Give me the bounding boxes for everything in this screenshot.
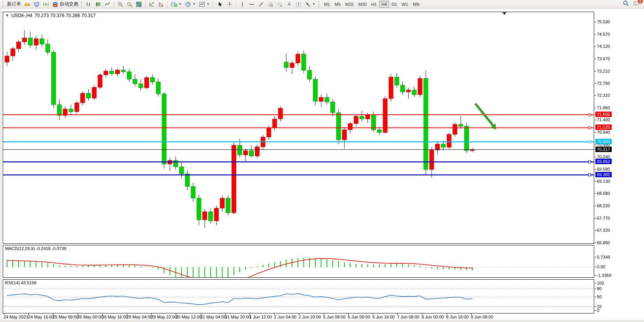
periods-clock-button[interactable]: ▼ bbox=[184, 0, 197, 8]
axis-tick bbox=[595, 71, 596, 72]
toolbar-grip[interactable] bbox=[2, 1, 4, 7]
signal-icon[interactable] bbox=[42, 0, 50, 8]
time-axis-label: 6 Jun 00:00 bbox=[348, 315, 370, 319]
time-axis-label: 25 May 08:00 bbox=[53, 315, 79, 319]
price-level-badge: 70.317 bbox=[595, 147, 612, 152]
time-axis[interactable]: 24 May 202324 May 16:0025 May 08:0026 Ma… bbox=[3, 313, 594, 320]
time-axis-label: 8 Jun 00:00 bbox=[421, 315, 444, 319]
arrows-button[interactable]: ▼ bbox=[304, 0, 317, 8]
toolbar-grip[interactable] bbox=[318, 1, 320, 7]
timeframe-toolbar: M1M5M15M30H1H4D1W1MN bbox=[322, 1, 422, 8]
timeframe-button-M15[interactable]: M15 bbox=[343, 1, 356, 8]
price-axis[interactable]: 75.03074.57074.12073.67073.21072.76072.3… bbox=[595, 12, 644, 322]
zoom-in-icon[interactable] bbox=[116, 0, 125, 8]
time-axis-label: 31 May 04:00 bbox=[200, 315, 226, 319]
cursor-icon[interactable] bbox=[216, 0, 225, 8]
axis-tick bbox=[595, 108, 596, 108]
arrows-icon bbox=[305, 1, 311, 7]
profile-chart-down-icon[interactable] bbox=[157, 0, 165, 8]
time-axis-label: 29 May 04:00 bbox=[126, 315, 153, 319]
gold-ingot-icon[interactable] bbox=[23, 0, 32, 8]
macd-signal-value: -0.0739 bbox=[52, 246, 66, 251]
chevron-down-icon: ▼ bbox=[179, 2, 182, 6]
profile-chart-up-icon[interactable] bbox=[147, 0, 156, 8]
price-axis-label: 68.680 bbox=[597, 191, 610, 196]
price-level-badge: 70.603 bbox=[595, 139, 612, 144]
price-axis-label: 66.860 bbox=[597, 240, 610, 245]
rsi-chart bbox=[3, 280, 594, 313]
template-chart-button[interactable]: ▼ bbox=[198, 0, 211, 8]
timeframe-button-MN[interactable]: MN bbox=[411, 1, 422, 8]
timeframe-button-H1[interactable]: H1 bbox=[369, 1, 379, 8]
macd-axis-label: 0.7349 bbox=[597, 255, 610, 259]
new-order-button[interactable]: 新订单 bbox=[6, 0, 22, 8]
timeframe-button-D1[interactable]: D1 bbox=[389, 1, 399, 8]
crosshair-icon[interactable] bbox=[225, 0, 234, 8]
axis-tick bbox=[595, 306, 596, 307]
timeframe-button-H4[interactable]: H4 bbox=[379, 1, 389, 8]
chevron-down-icon: ▼ bbox=[193, 2, 196, 6]
candle-chart-icon[interactable] bbox=[94, 0, 102, 8]
text-icon[interactable]: A bbox=[285, 0, 293, 8]
tile-windows-icon[interactable] bbox=[135, 0, 143, 8]
toolbar-grip[interactable] bbox=[81, 1, 83, 7]
vertical-line-icon[interactable] bbox=[238, 0, 247, 8]
chart-window: ▼ USOil-,H4 70.273 70.376 70.266 70.317 … bbox=[0, 9, 644, 322]
price-axis-label: 70.040 bbox=[597, 154, 610, 159]
time-axis-label: 7 Jun 08:00 bbox=[397, 315, 419, 319]
price-axis-label: 67.320 bbox=[597, 228, 610, 233]
price-axis-label: 68.220 bbox=[597, 203, 610, 208]
main-toolbar: 新订单 自动交易 bbox=[0, 0, 644, 9]
periods-clock-icon bbox=[185, 1, 191, 7]
timeframe-button-M5[interactable]: M5 bbox=[332, 1, 343, 8]
timeframe-button-W1[interactable]: W1 bbox=[399, 1, 411, 8]
text-label-icon[interactable]: T bbox=[294, 0, 303, 8]
price-level-badge: 69.382 bbox=[595, 172, 612, 177]
zoom-out-icon[interactable] bbox=[125, 0, 134, 8]
axis-tick bbox=[595, 218, 596, 219]
time-axis-label: 24 May 16:00 bbox=[28, 315, 54, 319]
search-icon[interactable] bbox=[623, 0, 629, 8]
chevron-down-icon: ▼ bbox=[312, 2, 316, 6]
price-axis-label: 69.130 bbox=[597, 179, 610, 184]
chat-button[interactable]: 1 bbox=[633, 0, 640, 8]
macd-main-value: -0.2418 bbox=[36, 246, 50, 251]
price-axis-label: 74.120 bbox=[597, 44, 610, 49]
axis-tick bbox=[595, 181, 596, 182]
price-axis-label: 74.570 bbox=[597, 32, 610, 37]
axis-tick bbox=[595, 169, 596, 170]
autotrading-button[interactable]: 自动交易 bbox=[51, 0, 79, 8]
macd-label: MACD(12,26,9) -0.2418 -0.0739 bbox=[5, 246, 66, 251]
main-chart-panel[interactable]: ▼ USOil-,H4 70.273 70.376 70.266 70.317 bbox=[3, 12, 594, 244]
axis-tick bbox=[595, 34, 596, 35]
time-axis-label: 30 May 12:00 bbox=[175, 315, 202, 319]
rsi-value: 43.5156 bbox=[21, 280, 37, 285]
timeframe-button-M1[interactable]: M1 bbox=[322, 1, 332, 8]
line-chart-icon[interactable] bbox=[103, 0, 112, 8]
chart-dropdown-icon[interactable]: ▼ bbox=[5, 14, 9, 18]
horizontal-line-icon[interactable] bbox=[247, 0, 256, 8]
indicators-add-button[interactable]: ▼ bbox=[170, 0, 183, 8]
axis-tick bbox=[595, 59, 596, 59]
terminal-icon[interactable] bbox=[32, 0, 41, 8]
fibo-channel-icon[interactable]: E bbox=[266, 0, 275, 8]
rsi-axis-label: 100 bbox=[597, 281, 604, 285]
timeframe-button-M30[interactable]: M30 bbox=[356, 1, 369, 8]
fibo-fan-icon[interactable]: F bbox=[275, 0, 284, 8]
axis-tick bbox=[595, 297, 596, 297]
macd-panel[interactable]: MACD(12,26,9) -0.2418 -0.0739 bbox=[3, 245, 594, 278]
axis-tick bbox=[595, 275, 596, 276]
candlestick-chart[interactable] bbox=[3, 12, 594, 243]
bar-chart-icon[interactable] bbox=[84, 0, 93, 8]
svg-text:E: E bbox=[271, 4, 273, 7]
rsi-axis-label: 80 bbox=[597, 286, 602, 291]
ohlc-values: 70.273 70.376 70.266 70.317 bbox=[35, 13, 96, 18]
time-axis-label: 2 Jun 04:00 bbox=[274, 315, 297, 319]
toolbar-grip[interactable] bbox=[212, 1, 214, 7]
rsi-label: RSI(14) 43.5156 bbox=[5, 280, 37, 285]
rsi-panel[interactable]: RSI(14) 43.5156 bbox=[3, 279, 594, 313]
trendline-icon[interactable] bbox=[257, 0, 265, 8]
axis-tick bbox=[595, 120, 596, 120]
price-axis-label: 73.210 bbox=[597, 69, 610, 74]
axis-tick bbox=[595, 289, 596, 289]
